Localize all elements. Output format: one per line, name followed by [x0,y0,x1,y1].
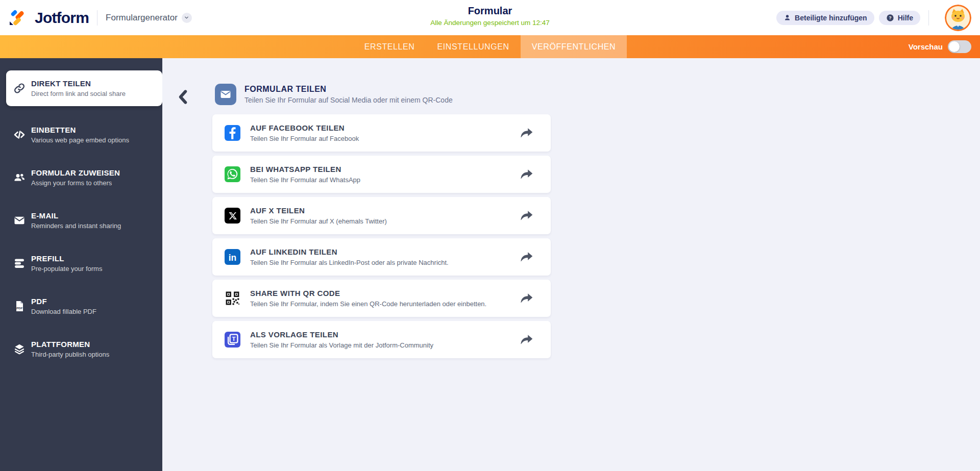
form-title-block: Formular Alle Änderungen gespeichert um … [430,5,549,27]
sidebar-item-text: EINBETTENVarious web page embed options [31,126,129,144]
header-right: Beteiligte hinzufügen ? Hilfe [776,5,971,31]
share-arrow-icon[interactable] [520,252,533,263]
sidebar-item-pdf[interactable]: PDFPDFDownload fillable PDF [0,285,162,328]
section-title: FORMULAR TEILEN [244,85,453,94]
section-texts: FORMULAR TEILEN Teilen Sie Ihr Formular … [244,85,453,104]
tab-einstellungen[interactable]: EINSTELLUNGEN [426,35,521,58]
svg-text:?: ? [889,15,891,20]
sidebar-item-title: E-MAIL [31,211,121,220]
rows-icon [13,257,26,269]
share-option-title: AUF X TEILEN [250,206,387,215]
share-option-title: AUF LINKEDIN TEILEN [250,247,449,256]
sidebar-item-subtitle: Direct form link and social share [31,90,126,97]
envelope-tile-icon [215,84,236,105]
help-button[interactable]: ? Hilfe [879,11,920,25]
share-option-subtitle: Teilen Sie Ihr Formular auf WhatsApp [250,176,360,184]
sidebar-item-subtitle: Reminders and instant sharing [31,222,121,230]
section-header: FORMULAR TEILEN Teilen Sie Ihr Formular … [215,84,453,105]
sidebar-item-e-mail[interactable]: E-MAILReminders and instant sharing [0,199,162,242]
envelope-icon [13,214,26,227]
linkedin-icon: in [225,249,240,265]
app-switcher-label: Formulargenerator [106,13,178,23]
chevron-left-icon [177,89,190,105]
tab-erstellen[interactable]: ERSTELLEN [353,35,426,58]
share-arrow-icon[interactable] [520,293,533,304]
sidebar-item-text: PREFILLPre-populate your forms [31,254,102,272]
share-option-x[interactable]: AUF X TEILENTeilen Sie Ihr Formular auf … [212,197,551,234]
autosave-status: Alle Änderungen gespeichert um 12:47 [430,19,549,27]
sidebar-item-direkt-teilen[interactable]: DIREKT TEILENDirect form link and social… [6,70,162,106]
sidebar-item-subtitle: Assign your forms to others [31,179,120,187]
share-options-list: AUF FACEBOOK TEILENTeilen Sie Ihr Formul… [212,114,551,362]
question-icon: ? [886,14,894,22]
section-subtitle: Teilen Sie Ihr Formular auf Social Media… [244,96,453,104]
share-option-texts: AUF X TEILENTeilen Sie Ihr Formular auf … [250,206,387,225]
share-option-qr-code[interactable]: SHARE WITH QR CODETeilen Sie Ihr Formula… [212,280,551,317]
share-option-whatsapp[interactable]: BEI WHATSAPP TEILENTeilen Sie Ihr Formul… [212,156,551,193]
share-option-texts: AUF FACEBOOK TEILENTeilen Sie Ihr Formul… [250,123,359,142]
header-left: Jotform Formulargenerator [9,8,192,28]
body-row: DIREKT TEILENDirect form link and social… [0,58,980,471]
preview-control: Vorschau [909,35,971,58]
sidebar-item-plattformen[interactable]: PLATTFORMENThird-party publish options [0,328,162,370]
share-option-title: AUF FACEBOOK TEILEN [250,123,359,132]
jotform-wordmark[interactable]: Jotform [35,9,89,27]
share-option-texts: AUF LINKEDIN TEILENTeilen Sie Ihr Formul… [250,247,449,266]
tab-veroeffentlichen[interactable]: VERÖFFENTLICHEN [521,35,627,58]
share-option-subtitle: Teilen Sie Ihr Formular als Vorlage mit … [250,341,433,349]
jotform-form-builder: Jotform Formulargenerator Formular Alle … [0,0,980,471]
share-option-subtitle: Teilen Sie Ihr Formular auf X (ehemals T… [250,217,387,225]
preview-label: Vorschau [909,42,943,51]
person-icon [783,14,791,21]
sidebar-item-title: FORMULAR ZUWEISEN [31,168,120,177]
form-title: Formular [430,5,549,17]
header-divider [97,10,97,26]
top-header: Jotform Formulargenerator Formular Alle … [0,0,980,35]
sidebar-item-title: PDF [31,297,96,306]
whatsapp-icon [225,166,240,182]
back-button[interactable] [175,89,192,106]
jotform-logo-icon[interactable] [9,8,29,28]
layers-icon [13,343,26,355]
share-arrow-icon[interactable] [520,128,533,139]
share-option-title: SHARE WITH QR CODE [250,289,486,298]
sidebar-item-text: E-MAILReminders and instant sharing [31,211,121,230]
share-option-subtitle: Teilen Sie Ihr Formular, indem Sie einen… [250,300,486,308]
pdf-icon: PDF [13,300,26,312]
template-icon: T [225,332,240,348]
publish-content: FORMULAR TEILEN Teilen Sie Ihr Formular … [162,58,980,471]
share-option-template[interactable]: TALS VORLAGE TEILENTeilen Sie Ihr Formul… [212,321,551,358]
cat-avatar-icon [945,5,971,31]
share-option-facebook[interactable]: AUF FACEBOOK TEILENTeilen Sie Ihr Formul… [212,114,551,152]
sidebar-item-text: PLATTFORMENThird-party publish options [31,340,109,358]
share-arrow-icon[interactable] [520,334,533,345]
sidebar-item-title: PREFILL [31,254,102,263]
qr-icon [225,290,240,306]
sidebar-item-formular-zuweisen[interactable]: FORMULAR ZUWEISENAssign your forms to ot… [0,156,162,199]
user-avatar[interactable] [937,5,971,31]
link-icon [13,82,26,94]
publish-navbar: ERSTELLENEINSTELLUNGENVERÖFFENTLICHEN Vo… [0,35,980,58]
share-option-subtitle: Teilen Sie Ihr Formular als LinkedIn-Pos… [250,259,449,266]
share-option-linkedin[interactable]: inAUF LINKEDIN TEILENTeilen Sie Ihr Form… [212,238,551,276]
share-arrow-icon[interactable] [520,210,533,221]
svg-text:T: T [232,335,236,342]
share-option-texts: BEI WHATSAPP TEILENTeilen Sie Ihr Formul… [250,165,360,184]
publish-sidebar: DIREKT TEILENDirect form link and social… [0,58,162,471]
toggle-knob [949,41,960,52]
share-option-title: BEI WHATSAPP TEILEN [250,165,360,173]
code-icon [13,129,26,141]
sidebar-item-subtitle: Pre-populate your forms [31,265,102,272]
sidebar-item-text: PDFDownload fillable PDF [31,297,96,315]
sidebar-item-einbetten[interactable]: EINBETTENVarious web page embed options [0,113,162,156]
sidebar-item-title: DIREKT TEILEN [31,79,126,88]
add-collaborators-button[interactable]: Beteiligte hinzufügen [776,11,874,25]
x-icon [225,208,240,224]
help-label: Hilfe [898,14,913,22]
preview-toggle[interactable] [948,40,971,53]
chevron-down-icon [182,13,192,23]
app-switcher[interactable]: Formulargenerator [106,13,192,23]
sidebar-item-prefill[interactable]: PREFILLPre-populate your forms [0,242,162,285]
share-arrow-icon[interactable] [520,169,533,180]
sidebar-item-title: EINBETTEN [31,126,129,134]
